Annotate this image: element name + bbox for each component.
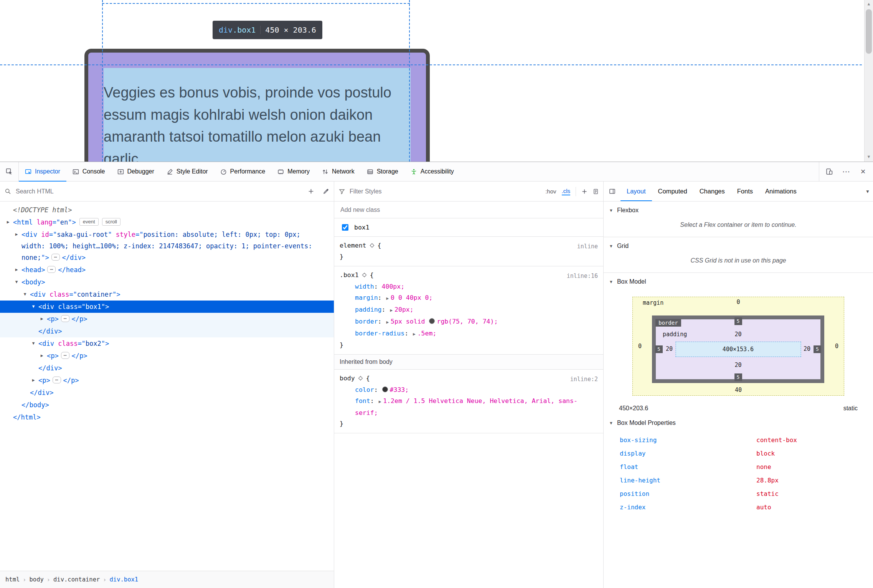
twisty-open-icon[interactable]: ▼ <box>21 289 28 300</box>
expand-property-icon[interactable]: ▶ <box>379 399 381 404</box>
inline-expander[interactable]: ⋯ <box>51 254 60 261</box>
declaration-font[interactable]: font: ▶1.2em / 1.5 Helvetica Neue, Helve… <box>340 395 596 418</box>
node-head[interactable]: ▶<head>⋯</head> <box>0 264 334 276</box>
node-box1-close[interactable]: </div> <box>0 325 334 337</box>
twisty-closed-icon[interactable]: ▶ <box>30 375 37 386</box>
badge-event[interactable]: event <box>79 218 99 226</box>
expand-property-icon[interactable]: ▶ <box>413 332 416 337</box>
scrollbar-thumb[interactable] <box>866 9 872 54</box>
declaration-color[interactable]: color: #333; <box>340 384 596 395</box>
devtools-tab-performance[interactable]: Performance <box>214 162 272 181</box>
class-panel-toggle[interactable]: .cls <box>562 188 571 195</box>
twisty-closed-icon[interactable]: ▶ <box>38 313 45 325</box>
twisty-open-icon[interactable]: ▼ <box>13 276 20 288</box>
box-model-content-region[interactable]: 400×153.6 <box>675 342 801 357</box>
node-box2-close[interactable]: </div> <box>0 362 334 374</box>
sidebar-tab-fonts[interactable]: Fonts <box>731 182 759 201</box>
node-doctype[interactable]: <!DOCTYPE html> <box>0 204 334 216</box>
node-container-close[interactable]: </div> <box>0 386 334 399</box>
box-model-section-header[interactable]: ▼ Box Model <box>604 273 873 291</box>
inline-expander[interactable]: ⋯ <box>61 352 69 359</box>
node-saka-gui-root[interactable]: ▶<div id="saka-gui-root" style="position… <box>0 228 334 264</box>
sidebar-tab-layout[interactable]: Layout <box>621 182 652 201</box>
declaration-border-radius[interactable]: border-radius: ▶.5em; <box>340 328 596 340</box>
layout-property-name[interactable]: display <box>620 447 756 460</box>
devtools-tab-network[interactable]: Network <box>316 162 361 181</box>
padding-left-value[interactable]: 20 <box>666 345 673 352</box>
rule-selector[interactable]: .box1 <box>340 271 359 279</box>
layout-property-name[interactable]: line-height <box>620 474 756 487</box>
scroll-down-icon[interactable]: ▼ <box>865 154 873 159</box>
add-rule-button[interactable] <box>581 188 588 195</box>
selector-highlighter-icon[interactable] <box>361 272 367 278</box>
expand-property-icon[interactable]: ▶ <box>386 296 389 301</box>
breadcrumb-item[interactable]: div.box1 <box>110 576 139 583</box>
pseudo-class-toggle[interactable]: :hov <box>545 188 556 195</box>
padding-top-value[interactable]: 20 <box>734 331 741 338</box>
border-bottom-value[interactable]: 5 <box>734 373 742 381</box>
expand-property-icon[interactable]: ▶ <box>386 320 389 325</box>
selector-highlighter-icon[interactable] <box>369 243 375 248</box>
node-body-close[interactable]: </body> <box>0 399 334 411</box>
node-box1-p[interactable]: ▶<p>⋯</p> <box>0 313 334 325</box>
layout-property-name[interactable]: box-sizing <box>620 433 756 447</box>
twisty-open-icon[interactable]: ▼ <box>30 301 37 312</box>
breadcrumb-item[interactable]: html <box>5 576 20 583</box>
node-box2-p[interactable]: ▶<p>⋯</p> <box>0 350 334 362</box>
declaration-width[interactable]: width: 400px; <box>340 281 596 292</box>
twisty-closed-icon[interactable]: ▶ <box>13 229 20 240</box>
devtools-tab-console[interactable]: Console <box>66 162 111 181</box>
margin-top-value[interactable]: 0 <box>736 299 740 306</box>
page-scrollbar[interactable]: ▲ ▼ <box>864 0 873 162</box>
node-div-box1[interactable]: ▼<div class="box1"> <box>0 301 334 313</box>
twisty-open-icon[interactable]: ▼ <box>30 338 37 349</box>
stylesheet-link[interactable]: inline <box>577 241 598 252</box>
node-div-box2[interactable]: ▼<div class="box2"> <box>0 337 334 350</box>
declaration-border[interactable]: border: ▶5px solid rgb(75, 70, 74); <box>340 316 596 328</box>
node-html-close[interactable]: </html> <box>0 411 334 423</box>
sidebar-tab-changes[interactable]: Changes <box>693 182 731 201</box>
color-swatch[interactable] <box>382 386 388 392</box>
flexbox-section-header[interactable]: ▼ Flexbox <box>604 202 873 219</box>
grid-section-header[interactable]: ▼ Grid <box>604 237 873 255</box>
expand-property-icon[interactable]: ▶ <box>390 308 393 313</box>
node-div-container[interactable]: ▼<div class="container"> <box>0 288 334 301</box>
devtools-tab-memory[interactable]: Memory <box>271 162 316 181</box>
node-body[interactable]: ▼<body> <box>0 276 334 288</box>
responsive-design-button[interactable] <box>821 162 838 181</box>
color-swatch[interactable] <box>429 318 435 324</box>
border-left-value[interactable]: 5 <box>655 345 663 353</box>
box-model-properties-header[interactable]: ▼ Box Model Properties <box>604 414 873 432</box>
add-node-button[interactable] <box>308 188 314 195</box>
twisty-closed-icon[interactable]: ▶ <box>38 350 45 362</box>
eyedropper-button[interactable] <box>323 188 329 195</box>
stylesheet-link[interactable]: inline:2 <box>570 373 598 385</box>
inline-expander[interactable]: ⋯ <box>47 266 56 273</box>
layout-property-name[interactable]: position <box>620 487 756 500</box>
add-new-class-row[interactable]: Add new class <box>334 202 603 218</box>
box-model-diagram[interactable]: margin 0 0 0 40 border 5 5 5 5 padding 2… <box>632 297 844 396</box>
meatball-menu-button[interactable]: ⋯ <box>838 162 855 181</box>
devtools-tab-style-editor[interactable]: Style Editor <box>160 162 214 181</box>
devtools-tab-inspector[interactable]: Inspector <box>19 162 66 181</box>
layout-property-name[interactable]: z-index <box>620 500 756 514</box>
devtools-tab-accessibility[interactable]: Accessibility <box>404 162 460 181</box>
border-right-value[interactable]: 5 <box>814 345 821 353</box>
declaration-padding[interactable]: padding: ▶20px; <box>340 304 596 316</box>
devtools-tab-storage[interactable]: Storage <box>361 162 404 181</box>
declaration-margin[interactable]: margin: ▶0 0 40px 0; <box>340 292 596 304</box>
margin-right-value[interactable]: 0 <box>835 343 838 350</box>
tab-overflow-button[interactable]: ▼ <box>864 182 870 202</box>
stylesheet-link[interactable]: inline:16 <box>567 270 598 282</box>
devtools-tab-debugger[interactable]: Debugger <box>111 162 160 181</box>
node-picker-button[interactable] <box>0 162 19 181</box>
breadcrumb-item[interactable]: div.container <box>53 576 100 583</box>
print-styles-button[interactable] <box>593 188 599 195</box>
breadcrumb-item[interactable]: body <box>30 576 44 583</box>
selector-highlighter-icon[interactable] <box>358 375 363 381</box>
search-input[interactable] <box>15 188 304 195</box>
scroll-up-icon[interactable]: ▲ <box>865 2 873 6</box>
badge-scroll[interactable]: scroll <box>102 218 120 226</box>
node-html[interactable]: ▶<html lang="en">eventscroll <box>0 216 334 228</box>
rule-selector[interactable]: element <box>340 242 366 249</box>
